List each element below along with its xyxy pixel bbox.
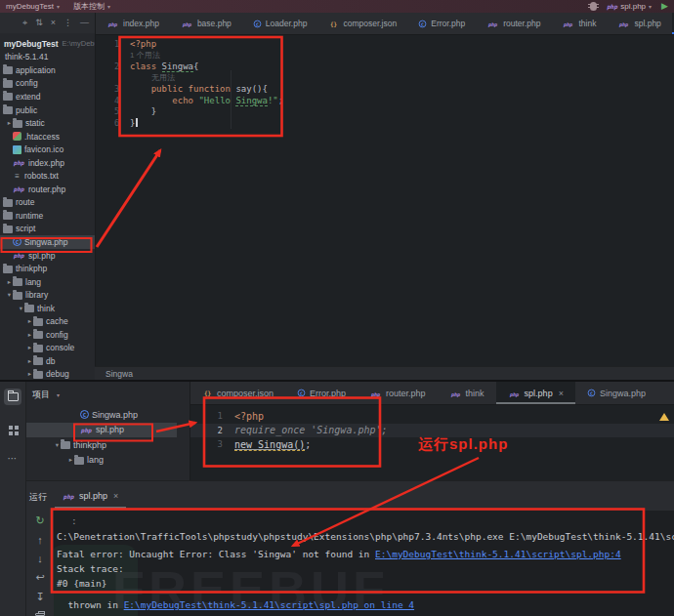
tree-item[interactable]: thinkphp	[26, 437, 190, 453]
tree-item[interactable]: library	[0, 288, 95, 302]
chevron-icon[interactable]	[26, 317, 33, 325]
editor-tab[interactable]: composer.json	[190, 382, 285, 404]
tree-item[interactable]: favicon.ico	[0, 143, 95, 156]
tree-item[interactable]: myDebugTest E:\myDebugTest	[0, 37, 95, 51]
titlebar: myDebugTest▾ 版本控制▾ php spl.php ▾ ▶	[0, 0, 674, 13]
collapse-all-icon[interactable]: ×	[51, 19, 56, 27]
tree-item[interactable]: spl.php	[26, 423, 177, 438]
tree-item[interactable]: route	[0, 196, 95, 210]
console-output[interactable]: FREEBUF : C:\Penetration\TrafficTools\ph…	[54, 511, 674, 616]
chevron-icon[interactable]	[6, 291, 13, 299]
tree-item[interactable]: lang	[0, 275, 95, 289]
tree-item[interactable]: thinkphp	[0, 262, 95, 275]
tree-item[interactable]: Singwa.php	[26, 407, 190, 423]
editor-tab[interactable]: index.php	[96, 13, 170, 34]
rerun-icon[interactable]: ↻	[35, 514, 44, 527]
more-options-icon[interactable]: ⋮	[63, 19, 72, 27]
editor-tab[interactable]: Error.php	[285, 382, 358, 404]
editor-tab[interactable]: base.php	[170, 13, 242, 34]
tree-item-label: favicon.ico	[24, 144, 63, 154]
tree-item[interactable]: runtime	[0, 209, 95, 223]
project-tool-button[interactable]	[4, 389, 21, 405]
editor-tab[interactable]: think	[438, 382, 496, 404]
vcs-menu[interactable]: 版本控制▾	[73, 1, 110, 12]
project-panel-header[interactable]: 项目 ▾	[26, 382, 190, 407]
code-editor[interactable]: 1<?php 1 个用法 2class Singwa{ 无用法 3 public…	[96, 35, 674, 129]
editor-tab[interactable]: spl.php	[496, 382, 575, 404]
editor-tab[interactable]: spl.php	[607, 13, 671, 34]
code-token: ;	[305, 439, 311, 450]
run-tab[interactable]: spl.php	[55, 489, 126, 509]
file-type-icon	[254, 20, 262, 27]
tab-label: think	[466, 389, 484, 398]
expand-all-icon[interactable]: ⇅	[35, 19, 43, 27]
editor-tab[interactable]: Loader.php	[242, 13, 318, 34]
tab-close-icon[interactable]	[113, 491, 118, 501]
chevron-icon[interactable]	[67, 456, 74, 464]
tree-item[interactable]: application	[0, 63, 95, 77]
tree-item[interactable]: Singwa.php	[0, 235, 95, 249]
chevron-icon[interactable]	[6, 278, 13, 286]
usage-hint[interactable]: 1 个用法	[130, 50, 160, 61]
editor-tab[interactable]: Error.php	[407, 13, 476, 34]
tree-item[interactable]: script	[0, 223, 95, 236]
hide-panel-icon[interactable]: —	[80, 19, 89, 27]
chevron-icon[interactable]	[26, 344, 33, 351]
editor-tab[interactable]: think	[551, 13, 607, 34]
file-link[interactable]: E:\myDebugTest\think-5.1.41\script\spl.p…	[375, 549, 621, 559]
more-tools-icon[interactable]: ⋯	[8, 453, 19, 464]
breadcrumb[interactable]: Singwa	[105, 369, 133, 379]
file-link[interactable]: E:\myDebugTest\think-5.1.41\script\spl.p…	[124, 599, 414, 610]
tree-item[interactable]: config	[0, 77, 95, 91]
scroll-to-end-icon[interactable]: ↧	[35, 591, 44, 603]
tree-item[interactable]: cache	[0, 314, 95, 328]
editor-tab[interactable]: router.php	[358, 382, 438, 404]
tree-item[interactable]: think-5.1.41	[0, 51, 95, 64]
tree-item[interactable]: db	[0, 354, 95, 368]
folder-icon	[8, 392, 19, 401]
project-tree: Singwa.php spl.php thinkphp	[26, 407, 190, 468]
chevron-icon[interactable]	[6, 119, 13, 127]
tree-item-label: think	[37, 304, 55, 313]
file-type-icon	[3, 93, 13, 101]
project-toolbar: ⌖ ⇅ × ⋮ —	[0, 13, 95, 33]
tree-item[interactable]: .htaccess	[0, 130, 95, 144]
run-config-selector[interactable]: php spl.php ▾	[607, 2, 652, 11]
chevron-icon[interactable]	[54, 441, 61, 449]
locate-icon[interactable]: ⌖	[22, 19, 27, 27]
tree-item[interactable]: debug	[0, 368, 95, 380]
structure-tool-button[interactable]	[4, 421, 21, 437]
usage-hint[interactable]: 无用法	[151, 73, 175, 82]
project-menu[interactable]: myDebugTest▾	[6, 2, 60, 11]
string-token: Singwa	[235, 96, 268, 106]
tree-item-label: db	[46, 356, 55, 366]
debug-icon[interactable]	[590, 2, 597, 11]
editor-tab[interactable]: Singwa.php	[575, 382, 657, 404]
chevron-icon[interactable]	[18, 305, 24, 312]
chevron-icon[interactable]	[26, 370, 33, 378]
chevron-icon[interactable]	[26, 357, 33, 365]
tree-item-label: lang	[25, 277, 41, 287]
tree-item[interactable]: index.php	[0, 156, 95, 170]
tree-item[interactable]: extend	[0, 90, 95, 103]
tree-item[interactable]: router.php	[0, 183, 95, 196]
tree-item[interactable]: robots.txt	[0, 169, 95, 183]
editor-tab[interactable]: router.php	[476, 13, 551, 34]
run-button[interactable]: ▶	[661, 2, 668, 11]
tree-item[interactable]: think	[0, 302, 95, 315]
tree-item[interactable]: static	[0, 116, 95, 130]
tree-item[interactable]: console	[0, 342, 95, 355]
editor-tab[interactable]: composer.json	[317, 13, 407, 34]
tree-item[interactable]: spl.php	[0, 249, 95, 263]
down-stack-icon[interactable]: ↓	[37, 553, 43, 564]
chevron-icon[interactable]	[26, 331, 33, 339]
warning-icon[interactable]	[659, 413, 669, 421]
file-type-icon	[182, 21, 192, 27]
tree-item[interactable]: public	[0, 103, 95, 117]
soft-wrap-icon[interactable]: ↩	[35, 571, 44, 584]
tab-close-icon[interactable]	[559, 389, 564, 398]
tree-item[interactable]: lang	[26, 453, 190, 469]
file-type-icon	[3, 226, 13, 233]
tree-item[interactable]: config	[0, 328, 95, 342]
up-stack-icon[interactable]: ↑	[37, 534, 43, 546]
